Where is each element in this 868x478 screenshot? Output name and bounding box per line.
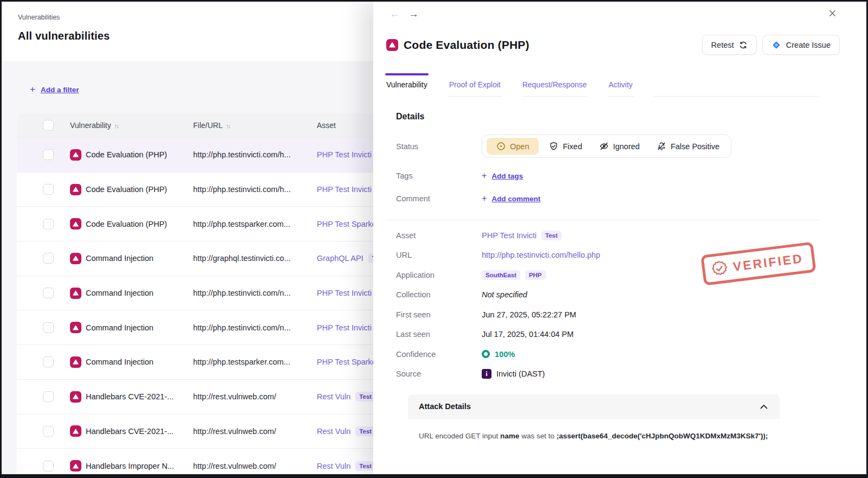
drawer-title: Code Evaluation (PHP) [404,39,529,52]
status-option-fixed[interactable]: Fixed [542,138,589,155]
plus-icon: + [482,194,487,203]
add-tags-button[interactable]: + Add tags [482,171,523,181]
file-url: http://php.testinvicti.com/h... [193,185,317,194]
row-checkbox[interactable] [43,391,54,402]
severity-icon [70,356,81,368]
asset-link[interactable]: PHP Test Invicti [317,185,372,194]
severity-icon [70,218,81,230]
row-checkbox[interactable] [43,288,54,298]
sort-icon[interactable]: ↑↓ [226,123,229,129]
status-option-false-positive[interactable]: False Positive [650,138,726,155]
field-link[interactable]: PHP Test Invicti [482,231,537,240]
asset-link[interactable]: Rest Vuln [317,462,350,470]
field-value: PHP Test InvictiTest [482,231,561,240]
row-checkbox[interactable] [43,461,54,471]
status-segmented-control: OpenFixedIgnoredFalse Positive [482,135,731,158]
comment-row: Comment + Add comment [396,194,820,203]
tags-row: Tags + Add tags [396,171,820,181]
drawer-titlebar: Code Evaluation (PHP) Retest Create Issu… [373,35,868,55]
vulnerability-name: Command Injection [86,254,154,263]
sort-icon[interactable]: ↑↓ [114,123,118,129]
field-label: Application [396,271,482,279]
severity-icon [386,39,398,51]
asset-link[interactable]: PHP Test Invicti [317,150,372,159]
tab-activity[interactable]: Activity [608,73,634,97]
test-badge: Test [541,231,561,240]
check-seal-icon [711,259,729,277]
back-arrow-icon[interactable]: ← [390,9,400,20]
asset-link[interactable]: PHP Test Sparker [317,358,379,366]
source-value: Invicti (DAST) [496,369,545,378]
fixed-icon [549,142,558,151]
row-checkbox[interactable] [43,149,54,160]
file-url: http://php.testinvicti.com/n... [193,289,317,297]
severity-icon [70,184,81,195]
asset-link[interactable]: Rest Vuln [317,392,350,401]
false-positive-icon [657,142,666,151]
detail-field-row: CollectionNot specified [396,289,820,301]
application-badge: SouthEast [482,270,520,280]
asset-link[interactable]: PHP Test Invicti [317,323,372,332]
vulnerability-name: Code Evaluation (PHP) [86,150,167,159]
row-checkbox[interactable] [43,253,54,264]
attack-details-header[interactable]: Attack Details [408,394,780,419]
attack-details-text: URL encoded GET input name was set to ;a… [408,419,780,440]
close-icon[interactable] [828,9,837,20]
asset-link[interactable]: GraphQL API [317,254,363,263]
field-value: SouthEastPHP [482,270,546,280]
vulnerability-detail-drawer: ← → Code Evaluation (PHP) Retest [373,2,868,474]
select-all-checkbox[interactable] [43,120,54,131]
detail-field-row: First seenJun 27, 2025, 05:22:27 PM [396,308,820,321]
vulnerability-name: Code Evaluation (PHP) [86,185,167,194]
asset-test-badge: Test [355,426,375,436]
file-url: http://rest.vulnweb.com/ [193,427,317,436]
asset-link[interactable]: PHP Test Invicti [317,289,372,297]
row-checkbox[interactable] [43,322,54,333]
file-url: http://php.testsparker.com... [193,220,317,228]
column-header-vulnerability[interactable]: Vulnerability↑↓ [70,121,193,130]
vulnerability-name: Handlebars Improper N... [86,462,174,470]
tab-vulnerability[interactable]: Vulnerability [385,73,429,97]
status-row: Status OpenFixedIgnoredFalse Positive [396,135,820,158]
asset-link[interactable]: Rest Vuln [317,427,350,436]
divider [385,220,820,220]
asset-link[interactable]: PHP Test Sparker [317,220,379,228]
field-value: http://php.testinvicti.com/hello.php [482,251,600,259]
field-link[interactable]: http://php.testinvicti.com/hello.php [482,251,600,259]
status-option-ignored[interactable]: Ignored [592,138,647,155]
retest-button[interactable]: Retest [702,35,757,55]
detail-field-row: SourceiInvicti (DAST) [396,368,820,380]
severity-icon [70,322,81,333]
confidence-ring-icon [482,350,490,358]
details-heading: Details [396,112,820,122]
severity-icon [70,391,81,403]
field-label: Collection [396,290,482,299]
forward-arrow-icon[interactable]: → [409,9,419,20]
field-label: Confidence [396,350,482,359]
app-window: Vulnerabilities All vulnerabilities + Ad… [0,0,868,478]
file-url: http://rest.vulnweb.com/ [193,392,317,401]
add-comment-button[interactable]: + Add comment [482,194,540,203]
status-option-open[interactable]: Open [487,138,539,155]
application-badge: PHP [525,270,546,280]
drawer-nav: ← → [373,2,868,20]
create-issue-button[interactable]: Create Issue [762,35,840,55]
plus-icon: + [30,84,35,95]
row-checkbox[interactable] [43,184,54,195]
tab-request-response[interactable]: Request/Response [521,73,588,97]
severity-icon [70,149,81,161]
tab-proof-of-exploit[interactable]: Proof of Exploit [448,73,502,97]
vulnerability-name: Handlebars CVE-2021-... [86,427,174,436]
severity-icon [70,425,81,437]
column-header-file-url[interactable]: File/URL↑↓ [193,121,317,130]
file-url: http://php.testinvicti.com/n... [193,323,317,332]
vulnerability-name: Handlebars CVE-2021-... [86,392,174,401]
vulnerability-name: Command Injection [86,358,154,366]
asset-test-badge: Test [355,392,375,401]
row-checkbox[interactable] [43,356,54,367]
chevron-up-icon[interactable] [760,401,768,411]
row-checkbox[interactable] [43,426,54,437]
field-label: Last seen [396,330,482,339]
add-filter-button[interactable]: + Add a filter [30,84,79,95]
row-checkbox[interactable] [43,219,54,230]
